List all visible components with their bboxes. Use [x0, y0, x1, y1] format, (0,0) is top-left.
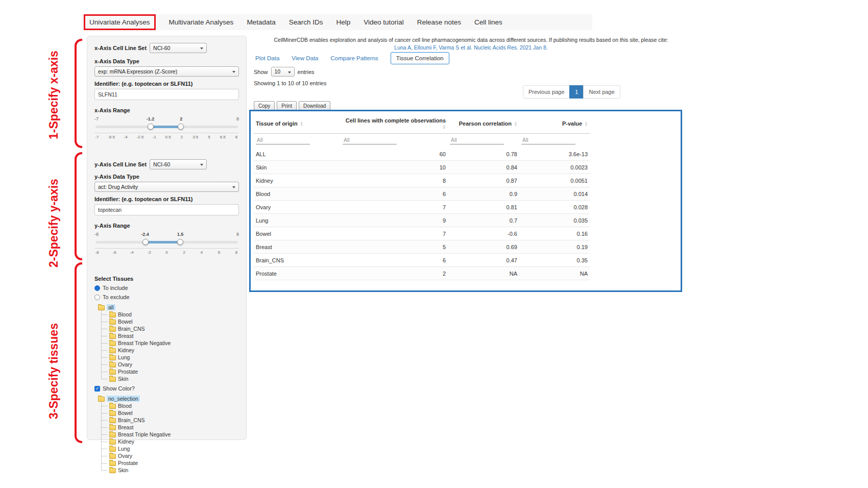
table-row[interactable]: Prostate2NANA: [254, 267, 590, 280]
nav-item-univariate-analyses[interactable]: Univariate Analyses: [84, 14, 156, 30]
column-header-pearson-correlation[interactable]: Pearson correlation▲▼: [448, 114, 519, 134]
tab-compare-patterns[interactable]: Compare Patterns: [331, 55, 378, 61]
include-tree-item-kidney[interactable]: Kidney: [94, 347, 239, 354]
slider-handle-from[interactable]: [142, 239, 149, 245]
x-range-label: x-Axis Range: [94, 107, 239, 113]
y-data-type-select[interactable]: act: Drug Activity: [94, 182, 239, 192]
slider-handle-from[interactable]: [148, 124, 154, 130]
table-row[interactable]: Ovary70.810.028: [254, 201, 590, 214]
nav-item-search-ids[interactable]: Search IDs: [289, 18, 323, 26]
cell-tissue: Blood: [254, 187, 341, 201]
folder-icon: [109, 411, 116, 416]
show-entries-row: Show 10 entries: [254, 67, 315, 77]
copy-button[interactable]: Copy: [254, 101, 275, 110]
y-identifier-input[interactable]: [94, 204, 239, 215]
y-cell-line-set-select[interactable]: NCI-60: [150, 159, 207, 169]
exclude-tree-item-ovary[interactable]: Ovary: [94, 452, 239, 459]
filter-cell: [341, 134, 448, 148]
chevron-down-icon: [200, 47, 203, 50]
cell-value: 0.028: [519, 201, 590, 214]
column-header-cell-lines-with-complete-observations[interactable]: Cell lines with complete observations▲▼: [341, 114, 448, 134]
include-tree-item-breast[interactable]: Breast: [94, 332, 239, 339]
include-tree-item-brain-cns[interactable]: Brain_CNS: [94, 325, 239, 332]
table-row[interactable]: Bowel7-0.60.16: [254, 227, 590, 240]
exclude-tree-item-label: Blood: [118, 403, 132, 409]
slider-tick-label: 2: [182, 250, 187, 255]
include-tree-item-ovary[interactable]: Ovary: [94, 361, 239, 368]
exclude-tree-item-bowel[interactable]: Bowel: [94, 409, 239, 417]
exclude-tree-item-breast[interactable]: Breast: [94, 424, 239, 431]
x-cell-line-set-select[interactable]: NCI-60: [150, 43, 207, 53]
nav-item-multivariate-analyses[interactable]: Multivariate Analyses: [169, 18, 234, 26]
print-button[interactable]: Print: [277, 101, 297, 110]
exclude-tree-item-brain-cns[interactable]: Brain_CNS: [94, 417, 239, 424]
slider-track[interactable]: [95, 126, 238, 128]
include-radio[interactable]: To include: [94, 285, 239, 291]
tab-tissue-correlation[interactable]: Tissue Correlation: [391, 52, 449, 64]
exclude-tree-item-label: Breast Triple Negative: [118, 431, 171, 437]
nav-item-video-tutorial[interactable]: Video tutorial: [364, 18, 404, 26]
slider-track[interactable]: [95, 241, 238, 243]
slider-tick-label: 2: [179, 135, 184, 139]
table-row[interactable]: Lung90.70.035: [254, 214, 590, 227]
table-row[interactable]: Brain_CNS60.470.35: [254, 254, 590, 267]
x-data-type-select[interactable]: exp: mRNA Expression (Z-Score): [94, 66, 239, 77]
slider-tick-label: -7: [94, 135, 100, 139]
table-row[interactable]: ALL600.783.6e-13: [254, 148, 590, 161]
x-identifier-input[interactable]: [94, 89, 239, 100]
y-range-slider[interactable]: -8 -2.4 1.5 8 -8-6-4-202468: [94, 238, 239, 263]
slider-handle-to[interactable]: [178, 124, 184, 130]
table-row[interactable]: Blood60.90.014: [254, 187, 590, 201]
exclude-tree-item-prostate[interactable]: Prostate: [94, 459, 239, 467]
entries-count-select[interactable]: 10: [271, 67, 295, 77]
exclude-tree-item-kidney[interactable]: Kidney: [94, 438, 239, 445]
show-color-toggle[interactable]: Show Color?: [94, 385, 239, 392]
tab-view-data[interactable]: View Data: [292, 55, 318, 61]
exclude-tree-item-blood[interactable]: Blood: [94, 402, 239, 409]
next-page-button[interactable]: Next page: [583, 85, 620, 99]
filter-input-p-value[interactable]: [521, 136, 575, 144]
exclude-tree-item-breast-triple-negative[interactable]: Breast Triple Negative: [94, 431, 239, 438]
slider-tick-label: -2: [147, 250, 152, 255]
include-tree-item-prostate[interactable]: Prostate: [94, 368, 239, 375]
current-page-button[interactable]: 1: [569, 85, 584, 99]
nav-item-cell-lines[interactable]: Cell lines: [474, 18, 502, 26]
filter-input-pearson-correlation[interactable]: [450, 136, 504, 144]
slider-tick-label: 8: [234, 135, 239, 139]
citation-link[interactable]: Luna A, Elloumi F, Varma S et al. Nuclei…: [255, 44, 687, 51]
nav-item-help[interactable]: Help: [336, 18, 350, 26]
nav-item-metadata[interactable]: Metadata: [247, 18, 275, 26]
include-tree-item-skin[interactable]: Skin: [94, 375, 239, 382]
table-row[interactable]: Skin100.840.0023: [254, 161, 590, 174]
filter-input-cell-lines-with-complete-observations[interactable]: [343, 136, 397, 144]
slider-handle-to[interactable]: [177, 239, 183, 245]
include-tree-root[interactable]: all: [94, 304, 239, 311]
exclude-tree-item-skin[interactable]: Skin: [94, 467, 239, 474]
download-button[interactable]: Download: [299, 101, 330, 110]
tab-plot-data[interactable]: Plot Data: [255, 55, 279, 61]
sort-icon: ▲▼: [514, 121, 517, 127]
cell-value: 0.78: [448, 148, 519, 161]
intro-text: CellMinerCDB enables exploration and ana…: [255, 37, 687, 43]
folder-icon: [109, 348, 116, 353]
table-row[interactable]: Kidney80.870.0051: [254, 174, 590, 187]
table-row[interactable]: Breast50.690.19: [254, 240, 590, 254]
include-tree-item-label: Brain_CNS: [118, 326, 145, 332]
cell-value: 0.87: [448, 174, 519, 187]
column-header-p-value[interactable]: P-value▲▼: [519, 114, 590, 134]
cell-tissue: Ovary: [254, 201, 341, 214]
exclude-tree-root[interactable]: no_selection: [94, 395, 239, 402]
include-tree-item-breast-triple-negative[interactable]: Breast Triple Negative: [94, 339, 239, 347]
column-header-label: Tissue of origin: [256, 120, 298, 127]
include-tree-item-blood[interactable]: Blood: [94, 311, 239, 318]
previous-page-button[interactable]: Previous page: [523, 85, 570, 99]
include-tree-item-lung[interactable]: Lung: [94, 354, 239, 361]
exclude-tree-item-lung[interactable]: Lung: [94, 445, 239, 452]
slider-tick-label: 5: [206, 135, 211, 139]
include-tree-item-bowel[interactable]: Bowel: [94, 318, 239, 325]
column-header-tissue-of-origin[interactable]: Tissue of origin▲▼: [254, 114, 341, 134]
exclude-radio[interactable]: To exclude: [94, 294, 239, 300]
x-range-slider[interactable]: -7 -1.2 2 8 -7-5.5-4-2.5-10.523.556.58: [94, 123, 239, 148]
nav-item-release-notes[interactable]: Release notes: [417, 18, 461, 26]
filter-input-tissue-of-origin[interactable]: [256, 136, 310, 144]
